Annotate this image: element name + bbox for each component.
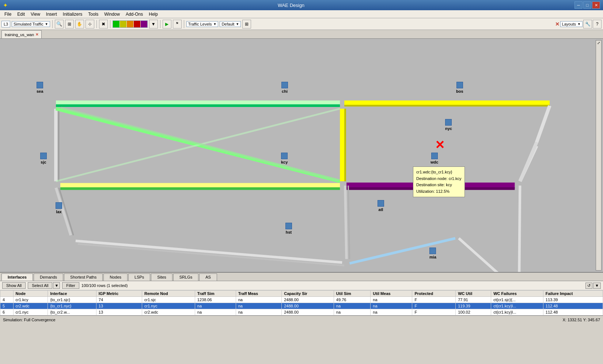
menu-addons[interactable]: Add-Ons bbox=[123, 11, 146, 18]
filter-button[interactable]: Filter bbox=[62, 282, 79, 289]
pan-button[interactable]: ✋ bbox=[75, 20, 84, 28]
expand-button[interactable]: ⤢ bbox=[596, 40, 602, 271]
tab-close-button[interactable]: ✕ bbox=[35, 32, 38, 37]
properties-icon: 🔧 bbox=[585, 22, 591, 27]
play-icon: ▶ bbox=[165, 22, 168, 27]
tab-bar: training_us_wan ✕ bbox=[0, 30, 603, 39]
menu-tools[interactable]: Tools bbox=[85, 11, 101, 18]
node-wdc[interactable]: wdc bbox=[431, 153, 438, 164]
tab-sites[interactable]: Sites bbox=[151, 273, 172, 281]
col-util-sim[interactable]: Util Sim bbox=[334, 291, 370, 297]
svg-line-24 bbox=[519, 185, 520, 272]
properties-button[interactable]: 🔧 bbox=[583, 20, 592, 28]
delete-button[interactable]: ✖ bbox=[99, 20, 108, 28]
tab-interfaces[interactable]: Interfaces bbox=[1, 273, 33, 281]
col-traff-meas[interactable]: Traff Meas bbox=[236, 291, 282, 297]
menu-file[interactable]: File bbox=[1, 11, 14, 18]
menu-edit[interactable]: Edit bbox=[14, 11, 28, 18]
filter-row: Show All Select All ▼ Filter 100/100 row… bbox=[0, 281, 603, 290]
zoom-in-icon: 🔍 bbox=[56, 21, 62, 27]
default-dropdown[interactable]: Default ▼ bbox=[220, 21, 241, 27]
play-button[interactable]: ▶ bbox=[163, 20, 171, 28]
col-node[interactable]: Node bbox=[13, 291, 48, 297]
tab-demands[interactable]: Demands bbox=[34, 273, 63, 281]
zoom-in-button[interactable]: 🔍 bbox=[55, 20, 64, 28]
menu-help[interactable]: Help bbox=[146, 11, 161, 18]
col-interface[interactable]: Interface bbox=[48, 291, 96, 297]
select-all-button[interactable]: Select All bbox=[28, 282, 52, 289]
col-failure-impact[interactable]: Failure Impact bbox=[543, 291, 603, 297]
mode-dropdown[interactable]: Simulated Traffic ▼ bbox=[12, 21, 50, 27]
show-all-button[interactable]: Show All bbox=[2, 282, 26, 289]
status-right: X: 1332.51 Y: 345.67 bbox=[562, 318, 600, 322]
node-chi[interactable]: chi bbox=[281, 82, 288, 93]
tab-shortest-paths[interactable]: Shortest Paths bbox=[64, 273, 103, 281]
table-row[interactable]: 4cr1.kcy{to_cr1.sjc}74cr1.sjc1238.06na24… bbox=[0, 297, 603, 303]
tab-as[interactable]: AS bbox=[199, 273, 217, 281]
separator-5 bbox=[184, 20, 184, 28]
col-protected[interactable]: Protected bbox=[412, 291, 456, 297]
table-row[interactable]: 5cr2.wdc{to_cr1.nyc}13cr1.nycnana2488.00… bbox=[0, 303, 603, 309]
traffic-levels-dropdown[interactable]: Traffic Levels ▼ bbox=[186, 21, 219, 27]
failure-indicator: ✕ bbox=[435, 139, 445, 151]
col-wc-failures[interactable]: WC Failures bbox=[491, 291, 543, 297]
pan-icon: ✋ bbox=[77, 22, 82, 27]
row-count: 100/100 rows (1 selected) bbox=[81, 283, 128, 288]
grid-icon: ⊞ bbox=[245, 22, 249, 27]
separator-4 bbox=[160, 20, 160, 28]
minimize-button[interactable]: ─ bbox=[574, 1, 583, 9]
select-icon: ⊹ bbox=[88, 22, 92, 27]
svg-rect-0 bbox=[0, 39, 603, 272]
select-all-dropdown[interactable]: ▼ bbox=[53, 282, 60, 289]
table-body: 4cr1.kcy{to_cr1.sjc}74cr1.sjc1238.06na24… bbox=[0, 297, 603, 315]
tab-nodes[interactable]: Nodes bbox=[103, 273, 128, 281]
col-util-meas[interactable]: Util Meas bbox=[371, 291, 412, 297]
options-button[interactable]: ▼ bbox=[593, 283, 601, 289]
node-kcy[interactable]: kcy bbox=[281, 153, 288, 164]
app-icon: ✦ bbox=[3, 2, 8, 9]
network-svg bbox=[0, 39, 603, 272]
tab-srlgs[interactable]: SRLGs bbox=[173, 273, 198, 281]
refresh-button[interactable]: ↺ bbox=[585, 283, 592, 289]
node-sjc[interactable]: sjc bbox=[40, 153, 47, 164]
menu-view[interactable]: View bbox=[28, 11, 43, 18]
node-nyc[interactable]: nyc bbox=[445, 119, 452, 131]
chevron-down-icon: ▼ bbox=[151, 22, 156, 27]
col-wc-util[interactable]: WC Util bbox=[456, 291, 491, 297]
svg-line-25 bbox=[345, 185, 347, 259]
node-hst[interactable]: hst bbox=[285, 223, 292, 234]
table-row[interactable]: 6cr1.nyc{to_cr2.w...13cr2.wdcnana2488.00… bbox=[0, 309, 603, 315]
layouts-dropdown[interactable]: Layouts ▼ bbox=[560, 21, 583, 27]
main-tab[interactable]: training_us_wan ✕ bbox=[1, 30, 42, 38]
network-icon: ⊞ bbox=[68, 22, 71, 27]
col-traff-sim[interactable]: Traff Sim bbox=[195, 291, 236, 297]
color-dropdown-button[interactable]: ▼ bbox=[149, 20, 158, 28]
col-igp[interactable]: IGP Metric bbox=[96, 291, 142, 297]
close-button[interactable]: ✕ bbox=[592, 1, 600, 9]
network-view-button[interactable]: ⊞ bbox=[65, 20, 74, 28]
n-button[interactable]: ᴺ bbox=[173, 20, 182, 28]
separator-2 bbox=[96, 20, 97, 28]
col-num bbox=[0, 291, 14, 297]
node-mia[interactable]: mia bbox=[429, 248, 436, 259]
help-button[interactable]: ? bbox=[593, 20, 602, 28]
maximize-button[interactable]: □ bbox=[583, 1, 591, 9]
tab-lsps[interactable]: LSPs bbox=[128, 273, 150, 281]
menu-insert[interactable]: Insert bbox=[43, 11, 60, 18]
col-capacity[interactable]: Capacity Sir bbox=[282, 291, 334, 297]
select-button[interactable]: ⊹ bbox=[86, 20, 94, 28]
canvas-area: sea chi bos sjc kcy wdc nyc lax hst at bbox=[0, 39, 603, 272]
menu-window[interactable]: Window bbox=[101, 11, 123, 18]
node-atl[interactable]: atl bbox=[378, 200, 384, 212]
node-bos[interactable]: bos bbox=[456, 82, 463, 93]
right-toolbar: ✕ Layouts ▼ 🔧 ? bbox=[555, 20, 602, 28]
title-bar: ✦ WAE Design ─ □ ✕ bbox=[0, 0, 603, 10]
node-sea[interactable]: sea bbox=[37, 82, 43, 93]
node-lax[interactable]: lax bbox=[56, 202, 62, 214]
col-remote[interactable]: Remote Nod bbox=[142, 291, 195, 297]
color-scale bbox=[113, 20, 148, 28]
menu-initializers[interactable]: Initializers bbox=[60, 11, 85, 18]
color-green bbox=[113, 21, 120, 27]
color-yellow bbox=[120, 21, 126, 27]
grid-button[interactable]: ⊞ bbox=[242, 20, 251, 28]
